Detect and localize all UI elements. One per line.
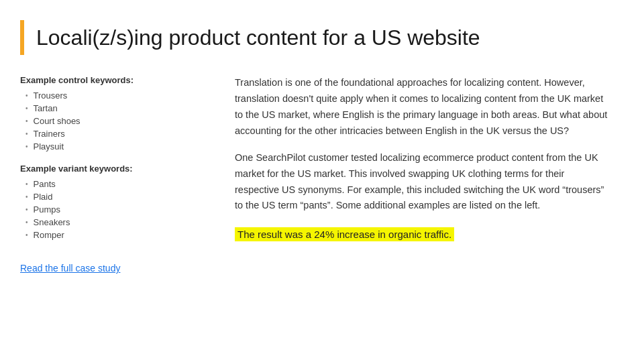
list-item: Pumps bbox=[25, 204, 208, 215]
variant-keywords-label: Example variant keywords: bbox=[20, 164, 208, 174]
highlight-container: The result was a 24% increase in organic… bbox=[235, 227, 610, 243]
list-item: Tartan bbox=[25, 103, 208, 113]
list-item: Court shoes bbox=[25, 116, 208, 126]
list-item: Trainers bbox=[25, 129, 208, 139]
paragraph-1: Translation is one of the foundational a… bbox=[235, 75, 610, 139]
list-item: Playsuit bbox=[25, 141, 208, 152]
accent-bar bbox=[20, 20, 24, 55]
page-container: Locali(z/s)ing product content for a US … bbox=[0, 0, 644, 362]
list-item: Trousers bbox=[25, 90, 208, 101]
control-keywords-label: Example control keywords: bbox=[20, 75, 208, 85]
right-column: Translation is one of the foundational a… bbox=[235, 75, 610, 342]
list-item: Sneakers bbox=[25, 217, 208, 227]
list-item: Plaid bbox=[25, 192, 208, 202]
variant-keywords-list: Pants Plaid Pumps Sneakers Romper bbox=[20, 179, 208, 240]
left-column: Example control keywords: Trousers Tarta… bbox=[20, 75, 208, 342]
highlight-text: The result was a 24% increase in organic… bbox=[235, 227, 454, 241]
title-section: Locali(z/s)ing product content for a US … bbox=[20, 20, 610, 55]
list-item: Romper bbox=[25, 230, 208, 240]
list-item: Pants bbox=[25, 179, 208, 189]
case-study-link[interactable]: Read the full case study bbox=[20, 263, 120, 274]
content-section: Example control keywords: Trousers Tarta… bbox=[20, 75, 610, 342]
paragraph-2: One SearchPilot customer tested localizi… bbox=[235, 150, 610, 215]
page-title: Locali(z/s)ing product content for a US … bbox=[36, 25, 480, 50]
control-keywords-list: Trousers Tartan Court shoes Trainers Pla… bbox=[20, 90, 208, 152]
